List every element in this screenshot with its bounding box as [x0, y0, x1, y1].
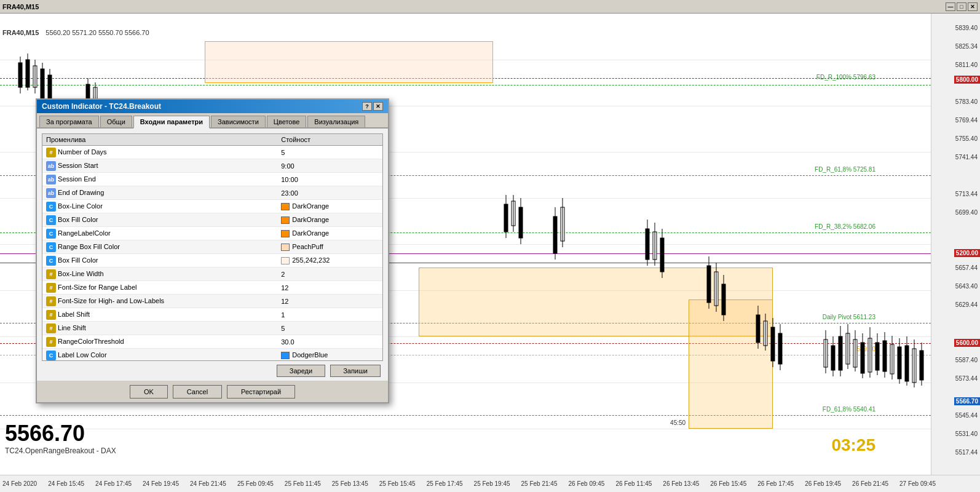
svg-rect-2	[26, 60, 30, 87]
param-value-cell[interactable]: DodgerBlue	[277, 349, 382, 362]
tab-colors[interactable]: Цветове	[267, 116, 306, 127]
restart-button[interactable]: Рестартирай	[227, 385, 295, 399]
svg-rect-60	[883, 341, 887, 371]
params-table: Променлива Стойност # Number of Days5ab …	[42, 134, 382, 361]
time-tick-2: 24 Feb 15:45	[48, 480, 84, 487]
close-button[interactable]: ✕	[968, 2, 978, 11]
color-swatch	[281, 230, 290, 237]
price-5769: 5769.44	[955, 116, 978, 123]
svg-rect-66	[905, 346, 909, 381]
price-box-5200: 5200.00	[954, 249, 980, 257]
price-5755: 5755.40	[955, 135, 978, 141]
svg-rect-4	[33, 66, 37, 87]
tab-general[interactable]: Общи	[100, 116, 132, 127]
maximize-button[interactable]: □	[957, 2, 966, 11]
svg-rect-58	[875, 343, 879, 370]
param-value-cell[interactable]: 23:00	[277, 186, 382, 200]
time-tick-5: 24 Feb 21:45	[190, 480, 226, 487]
chart-ohlc: FRA40,M15 5560.20 5571.20 5550.70 5566.7…	[2, 29, 149, 36]
tab-dependencies[interactable]: Зависимости	[211, 116, 266, 127]
table-row[interactable]: ab Session Start9:00	[42, 159, 382, 173]
svg-rect-64	[898, 347, 901, 379]
table-row[interactable]: # Font-Size for Range Label12	[42, 281, 382, 295]
time-tick-3: 24 Feb 17:45	[95, 480, 132, 487]
svg-rect-14	[504, 204, 508, 232]
grid-line	[0, 429, 931, 429]
time-tick-6: 25 Feb 09:45	[237, 480, 274, 487]
param-name-cell: ab Session Start	[42, 159, 277, 173]
svg-rect-48	[839, 336, 842, 370]
param-value-cell[interactable]: 30.0	[277, 335, 382, 349]
param-value-cell[interactable]: 9:00	[277, 159, 382, 173]
param-value-cell[interactable]: 2	[277, 268, 382, 281]
zapredi-button[interactable]: Зареди	[277, 365, 325, 377]
bottom-buttons: OK Cancel Рестартирай	[37, 381, 388, 402]
time-tick-16: 26 Feb 15:45	[710, 480, 746, 487]
color-swatch	[281, 203, 290, 210]
param-name-cell: C Label Low Color	[42, 349, 277, 362]
price-5587: 5587.40	[955, 356, 978, 363]
time-tick-20: 27 Feb 09:45	[899, 480, 936, 487]
svg-rect-0	[18, 63, 22, 87]
table-row[interactable]: C Box-Line ColorDarkOrange	[42, 200, 382, 213]
param-value-cell[interactable]: 255,242,232	[277, 254, 382, 268]
param-name-cell: # Label Shift	[42, 308, 277, 322]
table-row[interactable]: C RangeLabelColorDarkOrange	[42, 227, 382, 240]
price-5643: 5643.40	[955, 282, 978, 289]
param-name-cell: # RangeColorThreshold	[42, 335, 277, 349]
price-5839: 5839.40	[955, 24, 978, 31]
price-5545: 5545.44	[955, 411, 978, 418]
param-value-cell[interactable]: DarkOrange	[277, 213, 382, 227]
daily-pivot-annotation: Daily Pivot 5611.23	[823, 314, 875, 320]
tab-visualization[interactable]: Визуализация	[307, 116, 365, 127]
svg-rect-26	[653, 232, 657, 260]
indicator-name: TC24.OpenRangeBreakout - DAX	[5, 446, 116, 455]
dialog-help-button[interactable]: ?	[362, 102, 372, 111]
table-row[interactable]: ab End of Drawing23:00	[42, 186, 382, 200]
col-variable: Променлива	[42, 134, 277, 146]
tab-about[interactable]: За програмата	[39, 116, 99, 127]
time-tick-14: 26 Feb 11:45	[615, 480, 652, 487]
color-icon: C	[46, 202, 56, 212]
minimize-button[interactable]: —	[946, 2, 955, 11]
param-value-cell[interactable]: DarkOrange	[277, 227, 382, 240]
price-box-current: 5566.70	[954, 397, 980, 405]
table-row[interactable]: # Number of Days5	[42, 146, 382, 159]
table-row[interactable]: C Box Fill Color255,242,232	[42, 254, 382, 268]
title-bar: FRA40,M15 — □ ✕	[0, 0, 980, 14]
table-row[interactable]: C Box Fill ColorDarkOrange	[42, 213, 382, 227]
num-icon: #	[46, 148, 56, 157]
table-row[interactable]: # Label Shift1	[42, 308, 382, 322]
param-value-cell[interactable]: 10:00	[277, 173, 382, 186]
table-row[interactable]: C Label Low ColorDodgerBlue	[42, 349, 382, 362]
param-value-cell[interactable]: 1	[277, 308, 382, 322]
svg-rect-42	[778, 333, 782, 364]
zapishi-button[interactable]: Запиши	[330, 365, 381, 377]
action-buttons: Зареди Запиши	[42, 365, 383, 377]
dialog-titlebar: Custom Indicator - TC24.Breakout ? ✕	[37, 100, 388, 113]
param-value-cell[interactable]: 12	[277, 281, 382, 295]
params-table-wrapper[interactable]: Променлива Стойност # Number of Days5ab …	[42, 133, 383, 361]
table-row[interactable]: # Font-Size for High- and Low-Labels12	[42, 295, 382, 308]
param-value-cell[interactable]: PeachPuff	[277, 240, 382, 254]
table-row[interactable]: # RangeColorThreshold30.0	[42, 335, 382, 349]
price-5589-annotation: 5589.00	[853, 346, 875, 352]
time-tick-9: 25 Feb 15:45	[379, 480, 416, 487]
table-row[interactable]: C Range Box Fill ColorPeachPuff	[42, 240, 382, 254]
param-name-cell: C Box-Line Color	[42, 200, 277, 213]
param-value-cell[interactable]: DarkOrange	[277, 200, 382, 213]
fd-r-618-annotation: FD_R_61,8% 5725.81	[815, 166, 875, 173]
param-name-cell: C RangeLabelColor	[42, 227, 277, 240]
time-tick-10: 25 Feb 17:45	[427, 480, 463, 487]
table-row[interactable]: ab Session End10:00	[42, 173, 382, 186]
cancel-button[interactable]: Cancel	[173, 385, 222, 399]
tab-input-params[interactable]: Входни параметри	[133, 116, 210, 129]
param-value-cell[interactable]: 5	[277, 322, 382, 335]
table-row[interactable]: # Box-Line Width2	[42, 268, 382, 281]
dialog-close-button[interactable]: ✕	[373, 102, 383, 111]
param-value-cell[interactable]: 5	[277, 146, 382, 159]
table-row[interactable]: # Line Shift5	[42, 322, 382, 335]
ok-button[interactable]: OK	[130, 385, 168, 399]
param-value-cell[interactable]: 12	[277, 295, 382, 308]
price-5657: 5657.44	[955, 264, 978, 271]
